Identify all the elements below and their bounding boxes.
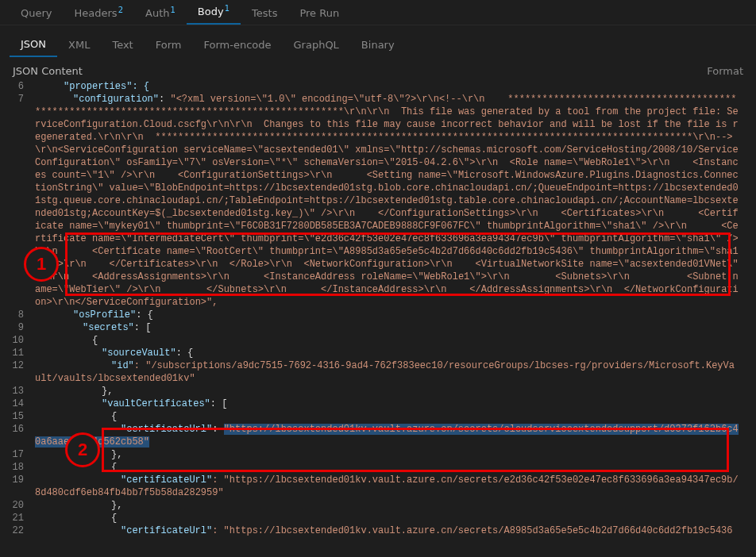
certificate-url-3: : "https://lbcsextended01kv.vault.azure.… (212, 525, 732, 536)
subtab-form[interactable]: Form (145, 33, 193, 56)
subtab-text[interactable]: Text (101, 33, 144, 56)
line-number: 11 (0, 347, 35, 359)
line-number: 12 (0, 359, 35, 385)
line-number: 21 (0, 512, 35, 524)
format-button[interactable]: Format (707, 65, 743, 77)
line-number: 19 (0, 474, 35, 499)
tab-auth[interactable]: Auth1 (134, 0, 187, 25)
line-number: 6 (0, 80, 35, 93)
content-label: JSON Content (13, 65, 83, 77)
line-number: 14 (0, 398, 35, 410)
line-number: 16 (0, 423, 35, 448)
line-number: 8 (0, 309, 35, 321)
body-type-tabs: JSON XML Text Form Form-encode GraphQL B… (0, 30, 756, 59)
subtab-json[interactable]: JSON (10, 33, 57, 57)
code-text: "properties": { (64, 81, 149, 92)
line-number: 13 (0, 385, 35, 398)
line-number: 9 (0, 321, 35, 334)
tab-tests[interactable]: Tests (241, 2, 288, 25)
line-number: 10 (0, 334, 35, 347)
subtab-graphql[interactable]: GraphQL (283, 33, 350, 56)
tab-prerun[interactable]: Pre Run (288, 2, 350, 25)
request-section-tabs: Query Headers2 Auth1 Body1 Tests Pre Run (0, 0, 756, 25)
line-number: 22 (0, 524, 35, 537)
tab-headers[interactable]: Headers2 (64, 0, 134, 25)
subtab-xml[interactable]: XML (57, 33, 101, 56)
auth-badge: 1 (170, 6, 175, 14)
source-vault-id: : "/subscriptions/a9dc7515-7692-4316-9ad… (35, 360, 735, 384)
tab-body[interactable]: Body1 (187, 0, 241, 25)
subtab-form-encode[interactable]: Form-encode (192, 33, 282, 56)
subtab-binary[interactable]: Binary (350, 33, 406, 56)
line-number: 18 (0, 461, 35, 474)
configuration-value: "<?xml version=\"1.0\" encoding=\"utf-8\… (35, 94, 739, 219)
content-header: JSON Content Format (0, 59, 756, 80)
json-editor[interactable]: 1 2 6 "properties": { 7 "configuration":… (0, 80, 756, 555)
line-number: 17 (0, 448, 35, 461)
line-number: 7 (0, 93, 35, 309)
line-number: 15 (0, 410, 35, 423)
tab-query[interactable]: Query (10, 2, 64, 25)
body-badge: 1 (225, 4, 230, 13)
headers-badge: 2 (118, 6, 123, 14)
line-number: 20 (0, 499, 35, 512)
